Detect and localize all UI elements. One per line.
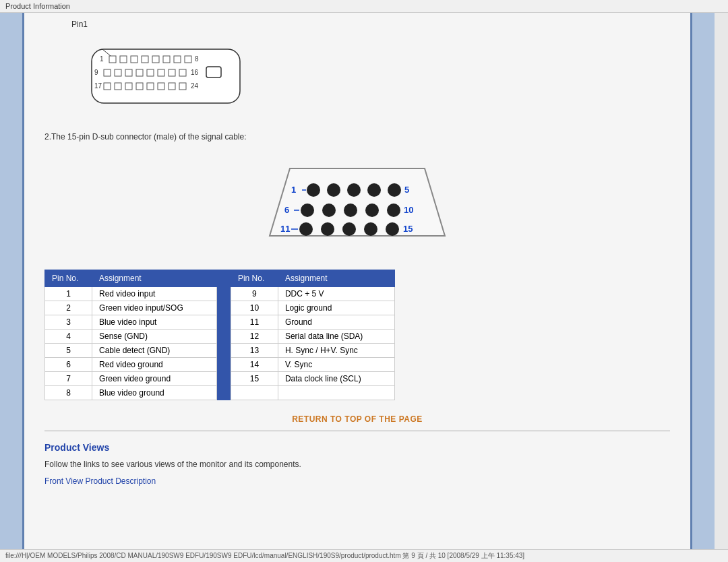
svg-rect-14 (158, 69, 164, 76)
pin-assignment-table: Pin No. Assignment Pin No. Assignment 1 … (44, 270, 395, 400)
svg-point-42 (322, 204, 336, 217)
svg-rect-16 (179, 69, 186, 76)
pin1-cell: 5 (45, 344, 92, 358)
status-bar: file:///H|/OEM MODELS/Philips 2008/CD MA… (0, 549, 728, 562)
vga-connector-section: 1 5 6 10 11 (44, 148, 670, 256)
svg-point-44 (365, 204, 379, 217)
svg-text:11: 11 (280, 224, 290, 234)
table-row: 3 Blue video input 11 Ground (45, 315, 395, 330)
svg-rect-8 (185, 56, 191, 63)
svg-text:17: 17 (94, 82, 102, 90)
svg-rect-1 (109, 56, 116, 63)
svg-rect-20 (136, 83, 143, 90)
far-right-panel (715, 13, 728, 562)
svg-rect-24 (179, 83, 186, 90)
divider-cell (216, 301, 231, 315)
svg-point-38 (388, 183, 401, 197)
divider-cell (216, 315, 231, 330)
svg-rect-11 (125, 69, 132, 76)
pin2-cell: 12 (231, 330, 278, 344)
svg-rect-7 (174, 56, 181, 63)
pin1-label: Pin1 (71, 20, 670, 29)
svg-point-43 (344, 204, 357, 217)
svg-rect-15 (169, 69, 175, 76)
table-row: 5 Cable detect (GND) 13 H. Sync / H+V. S… (45, 344, 395, 358)
svg-text:16: 16 (191, 69, 199, 76)
left-sidebar (0, 13, 24, 562)
pin1-cell: 2 (45, 301, 92, 315)
svg-point-50 (342, 222, 356, 236)
table-row: 8 Blue video ground (45, 386, 395, 400)
front-view-link[interactable]: Front View Product Description (44, 476, 156, 486)
svg-text:8: 8 (195, 55, 199, 63)
assign2-cell: DDC + 5 V (278, 287, 394, 301)
product-views-title: Product Views (44, 442, 670, 453)
return-to-top-link[interactable]: RETURN TO TOP OF THE PAGE (292, 414, 423, 424)
svg-point-35 (327, 183, 340, 197)
assign2-cell: H. Sync / H+V. Sync (278, 344, 394, 358)
assign2-cell: Ground (278, 315, 394, 330)
right-sidebar (690, 13, 715, 562)
assign2-cell: Serial data line (SDA) (278, 330, 394, 344)
col1-assignment-header: Assignment (92, 270, 217, 287)
col1-pinno-header: Pin No. (45, 270, 92, 287)
assign1-cell: Cable detect (GND) (92, 344, 217, 358)
section-divider (44, 431, 670, 431)
pin2-cell: 15 (231, 372, 278, 386)
assign2-cell: Logic ground (278, 301, 394, 315)
svg-rect-2 (120, 56, 127, 63)
divider-cell (216, 372, 231, 386)
svg-point-34 (307, 183, 320, 197)
svg-rect-4 (142, 56, 148, 63)
product-views-description: Follow the links to see various views of… (44, 460, 670, 469)
col2-assignment-header: Assignment (278, 270, 394, 287)
pin1-cell: 4 (45, 330, 92, 344)
svg-point-45 (387, 204, 400, 217)
svg-rect-13 (147, 69, 154, 76)
table-divider (216, 270, 231, 287)
divider-cell (216, 358, 231, 372)
svg-rect-19 (125, 83, 132, 90)
assign1-cell: Red video input (92, 287, 217, 301)
assign1-cell: Green video input/SOG (92, 301, 217, 315)
svg-rect-17 (104, 83, 111, 90)
svg-rect-12 (136, 69, 143, 76)
dvi-connector-diagram: 1 8 9 16 17 24 (71, 37, 260, 111)
svg-point-37 (367, 183, 381, 197)
svg-rect-23 (169, 83, 175, 90)
col2-pinno-header: Pin No. (231, 270, 278, 287)
svg-point-51 (364, 222, 377, 236)
divider-cell (216, 287, 231, 301)
return-to-top-section: RETURN TO TOP OF THE PAGE (44, 414, 670, 424)
pin2-cell: 9 (231, 287, 278, 301)
svg-rect-31 (206, 67, 221, 77)
svg-rect-9 (104, 69, 111, 76)
svg-point-48 (299, 222, 313, 236)
pin2-cell: 10 (231, 301, 278, 315)
pin1-cell: 6 (45, 358, 92, 372)
table-row: 7 Green video ground 15 Data clock line … (45, 372, 395, 386)
assign1-cell: Blue video ground (92, 386, 217, 400)
assign2-cell: V. Sync (278, 358, 394, 372)
table-row: 2 Green video input/SOG 10 Logic ground (45, 301, 395, 315)
divider-cell (216, 344, 231, 358)
svg-text:9: 9 (94, 69, 98, 76)
divider-cell (216, 330, 231, 344)
svg-text:24: 24 (191, 82, 199, 90)
svg-point-52 (386, 222, 399, 236)
assign1-cell: Blue video input (92, 315, 217, 330)
svg-rect-3 (131, 56, 138, 63)
assign2-cell (278, 386, 394, 400)
main-content: Pin1 (24, 13, 690, 562)
pin1-cell: 8 (45, 386, 92, 400)
divider-cell (216, 386, 231, 400)
table-row: 4 Sense (GND) 12 Serial data line (SDA) (45, 330, 395, 344)
assign2-cell: Data clock line (SCL) (278, 372, 394, 386)
pin1-cell: 1 (45, 287, 92, 301)
pin2-cell: 13 (231, 344, 278, 358)
svg-rect-5 (152, 56, 159, 63)
pin2-cell: 14 (231, 358, 278, 372)
section-description: 2.The 15-pin D-sub connector (male) of t… (44, 132, 670, 142)
svg-text:5: 5 (404, 185, 409, 195)
dvi-connector-section: Pin1 (44, 20, 670, 119)
